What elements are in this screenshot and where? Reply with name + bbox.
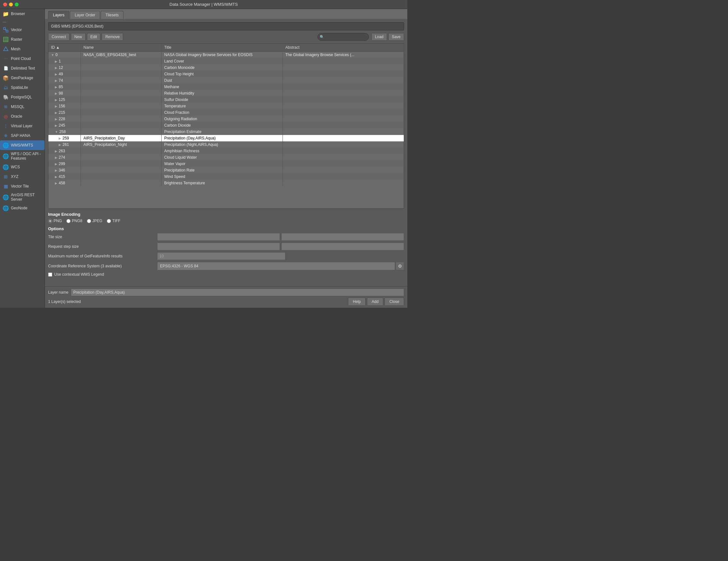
table-row[interactable]: ▶49Cloud Top Height bbox=[48, 71, 404, 77]
help-button[interactable]: Help bbox=[348, 297, 366, 306]
load-button[interactable]: Load bbox=[371, 33, 387, 41]
encoding-jpeg-label[interactable]: JPEG bbox=[87, 219, 102, 223]
sidebar-item-oracle[interactable]: ◎ Oracle bbox=[0, 112, 45, 121]
table-row[interactable]: ▶415Wind Speed bbox=[48, 174, 404, 180]
cell-abstract: The Global Imagery Browse Services (... bbox=[283, 52, 404, 58]
new-button[interactable]: New bbox=[71, 33, 86, 41]
sidebar-label-vector-tile: Vector Tile bbox=[11, 184, 29, 189]
encoding-png-radio[interactable] bbox=[48, 219, 52, 223]
sidebar-item-wms-wmts[interactable]: 🌐 WMS/WMTS bbox=[0, 140, 45, 150]
cell-title: Precipitation Estimate bbox=[162, 129, 283, 135]
table-row[interactable]: ▶263Amphibian Richness bbox=[48, 148, 404, 154]
vector-tile-icon: ▦ bbox=[3, 183, 9, 190]
layer-name-input[interactable] bbox=[71, 288, 404, 296]
cell-abstract bbox=[283, 71, 404, 77]
max-getfeature-input[interactable] bbox=[157, 252, 285, 260]
tab-tilesets[interactable]: Tilesets bbox=[101, 11, 123, 19]
window-controls[interactable] bbox=[3, 3, 19, 6]
table-row[interactable]: ▶85Methane bbox=[48, 84, 404, 90]
crs-settings-button[interactable]: ⚙ bbox=[396, 262, 404, 270]
cell-name bbox=[81, 109, 162, 116]
layer-name-label: Layer name bbox=[48, 290, 68, 294]
table-row[interactable]: ▶261AIRS_Precipitation_NightPrecipitatio… bbox=[48, 141, 404, 148]
sidebar-item-wfs-ogc[interactable]: 🌐 WFS / OGC API - Features bbox=[0, 150, 45, 162]
connection-dropdown[interactable]: GIBS WMS (EPSG:4326,Best) bbox=[48, 22, 404, 30]
table-row[interactable]: ▼258Precipitation Estimate bbox=[48, 129, 404, 135]
connect-button[interactable]: Connect bbox=[48, 33, 70, 41]
remove-button[interactable]: Remove bbox=[102, 33, 123, 41]
cell-name bbox=[81, 77, 162, 84]
cell-name bbox=[81, 129, 162, 135]
sidebar-item-mesh[interactable]: Mesh bbox=[0, 44, 45, 54]
table-row[interactable]: ▶274Cloud Liquid Water bbox=[48, 154, 404, 161]
sidebar-item-geonode[interactable]: 🌐 GeoNode bbox=[0, 203, 45, 213]
table-row[interactable]: ▶228Outgoing Radiation bbox=[48, 116, 404, 122]
cell-id: ▶261 bbox=[48, 141, 81, 148]
sidebar-item-wcs[interactable]: 🌐 WCS bbox=[0, 162, 45, 172]
close-dialog-button[interactable]: Close bbox=[385, 297, 404, 306]
sidebar-item-virtual-layer[interactable]: ⋮ Virtual Layer bbox=[0, 121, 45, 131]
table-row[interactable]: ▶259AIRS_Precipitation_DayPrecipitation … bbox=[48, 135, 404, 141]
sidebar-item-xyz[interactable]: ⊞ XYZ bbox=[0, 172, 45, 182]
sidebar-item-delimited-text[interactable]: 📄 Delimited Text bbox=[0, 64, 45, 73]
encoding-tiff-radio[interactable] bbox=[107, 219, 111, 223]
search-input[interactable] bbox=[317, 33, 369, 41]
table-row[interactable]: ▶245Carbon Dioxide bbox=[48, 122, 404, 129]
sidebar-item-vector[interactable]: + Vector bbox=[0, 25, 45, 35]
cell-name bbox=[81, 161, 162, 167]
cell-abstract bbox=[283, 141, 404, 148]
sap-hana-icon: ⊕ bbox=[3, 132, 9, 139]
save-button[interactable]: Save bbox=[388, 33, 404, 41]
encoding-png-label[interactable]: PNG bbox=[48, 219, 62, 223]
request-step-input1[interactable] bbox=[157, 243, 280, 251]
sidebar-item-browser[interactable]: 📁 Browser bbox=[0, 9, 45, 19]
maximize-button[interactable] bbox=[15, 3, 19, 6]
sidebar-label-wms-wmts: WMS/WMTS bbox=[11, 143, 33, 148]
sidebar-item-mssql[interactable]: ⊞ MSSQL bbox=[0, 102, 45, 112]
arcgis-icon: 🌐 bbox=[3, 194, 9, 200]
tile-size-row: Tile size bbox=[48, 233, 404, 241]
tab-layers[interactable]: Layers bbox=[48, 11, 69, 19]
cell-id: ▶346 bbox=[48, 167, 81, 174]
sidebar-item-raster[interactable]: Raster bbox=[0, 35, 45, 44]
table-row[interactable]: ▶98Relative Humidity bbox=[48, 90, 404, 97]
request-step-row: Request step size bbox=[48, 243, 404, 251]
sidebar-label-delimited-text: Delimited Text bbox=[11, 66, 35, 71]
encoding-tiff-label[interactable]: TIFF bbox=[107, 219, 120, 223]
encoding-png8-label[interactable]: PNG8 bbox=[66, 219, 82, 223]
table-row[interactable]: ▶1Land Cover bbox=[48, 58, 404, 64]
sidebar-item-sap-hana[interactable]: ⊕ SAP HANA bbox=[0, 131, 45, 140]
sidebar-item-vector-tile[interactable]: ▦ Vector Tile bbox=[0, 182, 45, 191]
cell-name bbox=[81, 122, 162, 129]
cell-title: Wind Speed bbox=[162, 174, 283, 180]
table-row[interactable]: ▶458Brightness Temperature bbox=[48, 180, 404, 186]
crs-dropdown[interactable]: EPSG:4326 - WGS 84 bbox=[157, 262, 395, 270]
encoding-jpeg-radio[interactable] bbox=[87, 219, 91, 223]
cell-title: Brightness Temperature bbox=[162, 180, 283, 186]
minimize-button[interactable] bbox=[9, 3, 13, 6]
add-button[interactable]: Add bbox=[367, 297, 383, 306]
edit-button[interactable]: Edit bbox=[87, 33, 101, 41]
sidebar-item-geopackage[interactable]: 📦 GeoPackage bbox=[0, 73, 45, 83]
table-row[interactable]: ▶299Water Vapor bbox=[48, 161, 404, 167]
encoding-png8-radio[interactable] bbox=[66, 219, 71, 223]
table-row[interactable]: ▶156Temperature bbox=[48, 103, 404, 109]
request-step-input2[interactable] bbox=[281, 243, 404, 251]
close-button[interactable] bbox=[3, 3, 7, 6]
table-row[interactable]: ▶346Precipitation Rate bbox=[48, 167, 404, 174]
table-row[interactable]: ▶12Carbon Monoxide bbox=[48, 64, 404, 71]
table-row[interactable]: ▼0NASA_GIBS_EPSG4326_bestNASA Global Ima… bbox=[48, 52, 404, 58]
sidebar-item-spatialite[interactable]: 🗂 SpatiaLite bbox=[0, 83, 45, 92]
tile-size-input1[interactable] bbox=[157, 233, 280, 241]
sidebar-item-arcgis-rest[interactable]: 🌐 ArcGIS REST Server bbox=[0, 191, 45, 203]
tile-size-input2[interactable] bbox=[281, 233, 404, 241]
options-section: Options Tile size Request step size Maxi… bbox=[48, 226, 404, 280]
table-row[interactable]: ▶74Dust bbox=[48, 77, 404, 84]
cell-abstract bbox=[283, 103, 404, 109]
contextual-legend-checkbox[interactable] bbox=[48, 273, 52, 277]
table-row[interactable]: ▶125Sulfur Dioxide bbox=[48, 97, 404, 103]
table-row[interactable]: ▶215Cloud Fraction bbox=[48, 109, 404, 116]
sidebar-item-postgresql[interactable]: 🐘 PostgreSQL bbox=[0, 92, 45, 102]
sidebar-item-point-cloud[interactable]: ··· Point Cloud bbox=[0, 54, 45, 64]
tab-layer-order[interactable]: Layer Order bbox=[70, 11, 100, 19]
